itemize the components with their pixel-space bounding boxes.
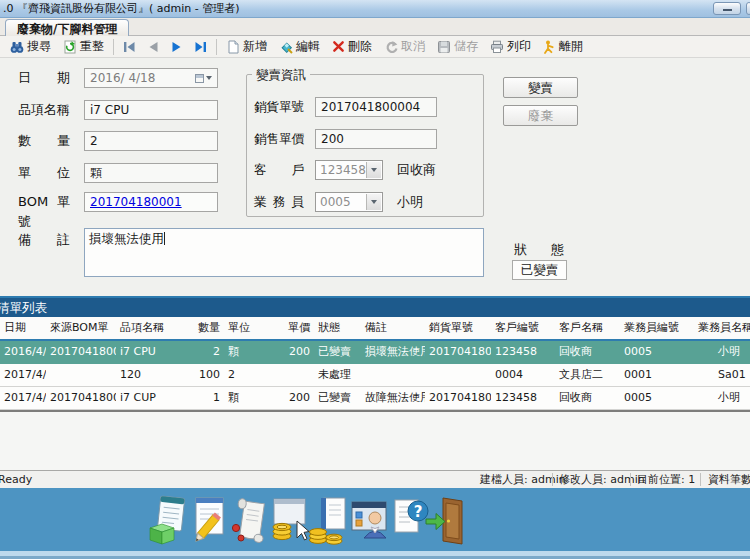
calendar-icon	[195, 74, 204, 83]
column-header[interactable]: 日期	[0, 317, 46, 339]
table-cell: 已變賣	[314, 341, 361, 363]
column-header[interactable]: 客戶名稱	[555, 317, 620, 339]
save-floppy-icon	[437, 40, 451, 54]
dock-sales-button[interactable]	[266, 494, 310, 546]
new-button[interactable]: 新增	[220, 37, 273, 57]
remark-label: 備註	[18, 230, 70, 250]
chevron-down-icon	[371, 168, 377, 172]
unit-price-label: 銷售單價	[254, 129, 304, 149]
dock-customer-button[interactable]	[347, 494, 391, 546]
customer-select[interactable]: 123458	[315, 160, 383, 180]
quantity-input[interactable]: 2	[84, 131, 218, 151]
table-cell: 2017041800004	[425, 341, 491, 363]
column-header[interactable]: 銷貨單號	[425, 317, 491, 339]
table-cell	[46, 364, 116, 386]
next-record-icon	[171, 41, 182, 53]
column-header[interactable]: 單價	[270, 317, 314, 339]
salesman-select[interactable]: 0005	[315, 192, 383, 212]
edit-button[interactable]: 編輯	[273, 37, 326, 57]
quantity-label: 數量	[18, 131, 70, 151]
table-row[interactable]: 2016/4/18201704180001i7 CPU2顆200已變賣損壞無法使…	[0, 341, 750, 364]
refresh-button[interactable]: 重整	[57, 37, 110, 57]
table-cell	[425, 364, 491, 386]
print-button[interactable]: 列印	[484, 37, 537, 57]
column-header[interactable]: 業務員編號	[620, 317, 694, 339]
exit-person-icon	[543, 40, 556, 54]
exit-button[interactable]: 離開	[537, 37, 589, 57]
salesman-label: 業務員	[254, 192, 304, 212]
combo-button[interactable]	[366, 162, 381, 178]
table-cell: 200	[270, 387, 314, 409]
dock-inventory-button[interactable]	[146, 494, 190, 546]
svg-text:?: ?	[414, 503, 423, 521]
dock-edit-note-button[interactable]	[187, 494, 231, 546]
delete-button[interactable]: 刪除	[326, 37, 378, 57]
date-picker-button[interactable]	[191, 71, 215, 85]
nav-first-button[interactable]	[117, 37, 142, 57]
table-cell: 2017041800002	[425, 387, 491, 409]
coins-document-icon	[306, 494, 350, 546]
column-header[interactable]: 狀態	[314, 317, 361, 339]
first-record-icon	[123, 41, 136, 53]
table-row[interactable]: 2017/4/131201002未處理0004文具店二0001Sa01	[0, 364, 750, 387]
column-header[interactable]: 備註	[361, 317, 425, 339]
customer-window-icon	[347, 494, 391, 546]
nav-last-button[interactable]	[188, 37, 213, 57]
app-window: .0 『齊飛資訊股份有限公司』( admin - 管理者) 廢棄物/下腳料管理 …	[0, 0, 750, 559]
table-cell: 顆	[224, 341, 270, 363]
column-header[interactable]: 來源BOM單	[46, 317, 116, 339]
cancel-button[interactable]: 取消	[378, 37, 431, 57]
edit-icon	[279, 40, 293, 54]
status-bar: Ready 建檔人員: admin 修改人員: admin 目前位置: 1 資料…	[0, 470, 750, 488]
list-body: 2016/4/18201704180001i7 CPU2顆200已變賣損壞無法使…	[0, 341, 750, 410]
date-label: 日期	[18, 68, 70, 88]
toolbar-separator	[113, 39, 114, 55]
table-cell: 2017/4/18	[0, 387, 46, 409]
remark-textarea[interactable]: 損壞無法使用	[84, 228, 484, 277]
table-row[interactable]: 2017/4/18201704180001i7 CUP1顆200已變賣故障無法使…	[0, 387, 750, 410]
combo-button[interactable]	[366, 194, 381, 210]
nav-previous-button[interactable]	[142, 37, 165, 57]
nav-next-button[interactable]	[165, 37, 188, 57]
unit-price-input[interactable]: 200	[315, 129, 437, 149]
table-cell: 已變賣	[314, 387, 361, 409]
unit-input[interactable]: 顆	[84, 163, 218, 183]
sell-info-title: 變賣資訊	[252, 67, 310, 84]
search-button[interactable]: 搜尋	[4, 37, 57, 57]
minimize-button[interactable]	[713, 2, 741, 15]
table-cell: 0001	[620, 364, 694, 386]
column-header[interactable]: 品項名稱	[116, 317, 186, 339]
table-cell	[361, 364, 425, 386]
tab-waste-management[interactable]: 廢棄物/下腳料管理	[5, 19, 129, 36]
column-header[interactable]: 業務員名稱	[694, 317, 750, 339]
date-input[interactable]: 2016/ 4/18	[84, 68, 218, 88]
window-edge-button[interactable]	[746, 2, 750, 15]
dock-exit-button[interactable]	[424, 494, 468, 546]
bom-no-link[interactable]: 201704180001	[90, 195, 182, 209]
table-cell: 小明	[694, 387, 750, 409]
status-value-box[interactable]: 已變賣	[512, 260, 567, 280]
table-cell: 201704180001	[46, 341, 116, 363]
customer-label: 客戶	[254, 160, 304, 180]
dock-bar: ?	[0, 488, 750, 551]
item-name-input[interactable]: i7 CPU	[84, 100, 218, 120]
sell-button[interactable]: 變賣	[503, 77, 578, 98]
status-separator	[630, 473, 631, 486]
column-header[interactable]: 客戶編號	[491, 317, 555, 339]
form-area: 日期 2016/ 4/18 品項名稱 i7 CPU 數量 2 單位 顆 BOM單…	[0, 58, 750, 296]
salesman-display-name: 小明	[397, 192, 423, 212]
previous-record-icon	[148, 41, 159, 53]
new-document-icon	[226, 40, 240, 54]
bom-no-field: 201704180001	[84, 192, 218, 212]
column-header[interactable]: 數量	[186, 317, 224, 339]
printer-icon	[490, 40, 504, 54]
save-button[interactable]: 儲存	[431, 37, 484, 57]
sales-no-input[interactable]: 2017041800004	[315, 97, 437, 117]
binoculars-icon	[10, 40, 24, 54]
dock-coins-document-button[interactable]	[306, 494, 350, 546]
table-cell: 1	[186, 387, 224, 409]
discard-button[interactable]: 廢棄	[503, 105, 578, 126]
grid-empty-area	[0, 412, 750, 470]
cancel-undo-icon	[384, 40, 398, 54]
column-header[interactable]: 單位	[224, 317, 270, 339]
